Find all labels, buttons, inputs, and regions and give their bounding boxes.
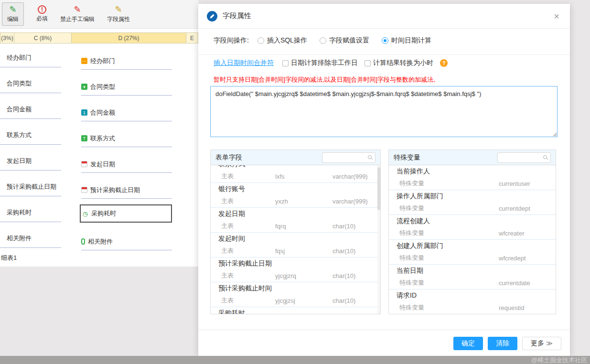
field-properties-dialog: 字段属性 × 字段间操作: 插入SQL操作 字段赋值设置 时间日期计算 插入日期… bbox=[198, 4, 570, 356]
designer-toolbar: 编辑 必填 禁止手工编辑 字段属性 bbox=[0, 0, 198, 29]
variable-code: currentdate bbox=[499, 279, 556, 287]
field-type: varchar(999) bbox=[333, 198, 380, 205]
field-cell-select[interactable]: 合同类型 bbox=[81, 78, 172, 96]
help-icon[interactable]: ? bbox=[440, 59, 448, 67]
field-row[interactable]: 预计采购截止日期 主表 yjcgjzrq char(10) bbox=[211, 257, 380, 282]
row-label: 相关附件 bbox=[7, 234, 78, 243]
radio-field-assign[interactable]: 字段赋值设置 bbox=[320, 36, 369, 45]
field-cell-label: 合同类型 bbox=[90, 83, 115, 91]
variable-row[interactable]: 流程创建人 特殊变量 wfcreater bbox=[389, 215, 556, 240]
field-code: yjcgjzrq bbox=[275, 272, 333, 279]
variable-row[interactable]: 请求ID 特殊变量 requestid bbox=[389, 289, 556, 314]
field-search-input[interactable] bbox=[322, 153, 375, 162]
row-label: 发起日期 bbox=[7, 157, 78, 165]
close-icon[interactable]: × bbox=[554, 11, 559, 21]
required-icon bbox=[38, 5, 46, 14]
watermark: @稀土掘金技术社区 bbox=[531, 356, 587, 364]
toolbar-field-properties-button[interactable]: 字段属性 bbox=[107, 5, 130, 23]
column-header-b[interactable]: (3%) bbox=[0, 32, 14, 43]
radio-icon-selected bbox=[382, 37, 388, 44]
field-row[interactable]: 采购耗时 主表 bbox=[211, 307, 380, 314]
scrollbar-thumb[interactable] bbox=[377, 167, 380, 210]
field-cell-label: 相关附件 bbox=[88, 237, 113, 246]
edit-icon bbox=[9, 5, 16, 14]
screen: 编辑 必填 禁止手工编辑 字段属性 (3%) C (8%) D (27%) E … bbox=[0, 0, 590, 364]
checkbox-exclude-non-workday[interactable]: 日期计算排除非工作日 bbox=[282, 59, 358, 67]
insert-datetime-merge-link[interactable]: 插入日期时间合并符 bbox=[214, 59, 274, 67]
column-headers: (3%) C (8%) D (27%) E bbox=[0, 32, 198, 43]
field-cell-amount[interactable]: 合同金额 bbox=[81, 104, 172, 121]
field-cell-attachment[interactable]: 相关附件 bbox=[81, 233, 172, 250]
variable-code: wfcredept bbox=[499, 255, 556, 262]
checkbox-label: 日期计算排除非工作日 bbox=[291, 59, 358, 67]
field-cell-date[interactable]: 发起日期 bbox=[81, 156, 172, 173]
warning-text: 暂时只支持日期[合并时间]字段间的减法,以及日期[合并时间]字段与整数的加减法。 bbox=[214, 75, 440, 84]
date-icon bbox=[81, 187, 87, 193]
variable-code: wfcreater bbox=[499, 230, 556, 237]
field-name: 发起日期 bbox=[211, 208, 380, 220]
field-cell-text[interactable]: 联系方式 bbox=[81, 130, 172, 147]
more-button[interactable]: 更多 ≫ bbox=[522, 337, 561, 350]
grid-line bbox=[0, 118, 61, 119]
field-row[interactable]: 预计采购截止时间 主表 yjcgjzsj char(10) bbox=[211, 282, 380, 307]
field-row[interactable]: 发起时间 主表 fqsj char(10) bbox=[211, 233, 380, 257]
toolbar-forbid-edit-button[interactable]: 禁止手工编辑 bbox=[60, 5, 95, 23]
field-table: 主表 bbox=[211, 172, 275, 181]
grid-line bbox=[0, 170, 61, 171]
variable-row[interactable]: 创建人所属部门 特殊变量 wfcredept bbox=[389, 240, 556, 265]
field-table: 主表 bbox=[211, 296, 275, 305]
field-code: yxzh bbox=[275, 198, 333, 205]
formula-textarea[interactable]: doFieldDate(" $main.yjcgjzrq$ $datetime$… bbox=[210, 86, 558, 137]
field-table: 主表 bbox=[211, 271, 275, 280]
column-header-e[interactable]: E bbox=[186, 32, 198, 43]
variable-row[interactable]: 当前日期 特殊变量 currentdate bbox=[389, 265, 556, 289]
column-header-d[interactable]: D (27%) bbox=[72, 32, 186, 43]
panel-title: 特殊变量 bbox=[394, 153, 420, 162]
row-label: 预计采购截止日期 bbox=[7, 182, 78, 191]
field-row[interactable]: 银行账号 主表 yxzh varchar(999) bbox=[211, 183, 380, 208]
confirm-button[interactable]: 确定 bbox=[453, 337, 483, 350]
toolbar-forbid-edit-label: 禁止手工编辑 bbox=[60, 15, 95, 23]
divider bbox=[198, 330, 570, 330]
grid-line bbox=[0, 67, 61, 67]
field-cell-browse[interactable]: 经办部门 bbox=[81, 53, 172, 70]
field-cell-label: 发起日期 bbox=[90, 160, 115, 169]
variable-row[interactable]: 操作人所属部门 特殊变量 currentdept bbox=[389, 190, 556, 215]
operation-label: 字段间操作: bbox=[214, 36, 249, 45]
field-code: yjcgjzsj bbox=[275, 297, 333, 304]
form-designer-background: 编辑 必填 禁止手工编辑 字段属性 (3%) C (8%) D (27%) E … bbox=[0, 0, 198, 267]
row-label: 合同类型 bbox=[7, 79, 78, 88]
column-header-c[interactable]: C (8%) bbox=[14, 32, 72, 43]
field-cell-date[interactable]: 预计采购截止日期 bbox=[81, 182, 172, 199]
clear-button[interactable]: 清除 bbox=[488, 337, 517, 350]
toolbar-edit-button[interactable]: 编辑 bbox=[2, 2, 24, 26]
radio-datetime-calc[interactable]: 时间日期计算 bbox=[382, 36, 431, 45]
grid-line bbox=[0, 222, 61, 222]
field-code: lxfs bbox=[275, 173, 333, 180]
dialog-title: 字段属性 bbox=[223, 11, 251, 21]
checkbox-convert-hours[interactable]: 计算结果转换为小时 bbox=[365, 59, 433, 67]
field-row[interactable]: 发起日期 主表 fqrq char(10) bbox=[211, 208, 380, 233]
variable-row[interactable]: 当前操作人 特殊变量 currentuser bbox=[389, 165, 556, 190]
search-icon bbox=[543, 155, 547, 159]
vars-search-input[interactable] bbox=[498, 153, 550, 162]
field-type: char(10) bbox=[333, 297, 380, 304]
radio-label: 插入SQL操作 bbox=[267, 36, 307, 45]
sheet-tab[interactable]: 细表1 bbox=[1, 254, 17, 262]
field-table: 主表 bbox=[211, 197, 275, 205]
field-cell-time-selected[interactable]: 采购耗时 bbox=[80, 204, 172, 223]
amount-icon bbox=[81, 109, 87, 116]
variable-code: currentuser bbox=[499, 180, 556, 187]
field-type: varchar(999) bbox=[333, 173, 380, 180]
grid-line bbox=[0, 144, 61, 145]
radio-icon bbox=[320, 37, 326, 44]
panel-header: 特殊变量 bbox=[389, 150, 556, 165]
radio-insert-sql[interactable]: 插入SQL操作 bbox=[257, 36, 307, 45]
field-type: char(10) bbox=[333, 223, 380, 230]
field-row[interactable]: 联系方式 主表 lxfs varchar(999) bbox=[211, 165, 380, 183]
checkbox-label: 计算结果转换为小时 bbox=[373, 59, 433, 67]
grid-line bbox=[0, 247, 61, 248]
toolbar-required-button[interactable]: 必填 bbox=[36, 5, 48, 23]
field-cell-label: 采购耗时 bbox=[91, 209, 116, 218]
scrollbar[interactable] bbox=[377, 165, 380, 314]
